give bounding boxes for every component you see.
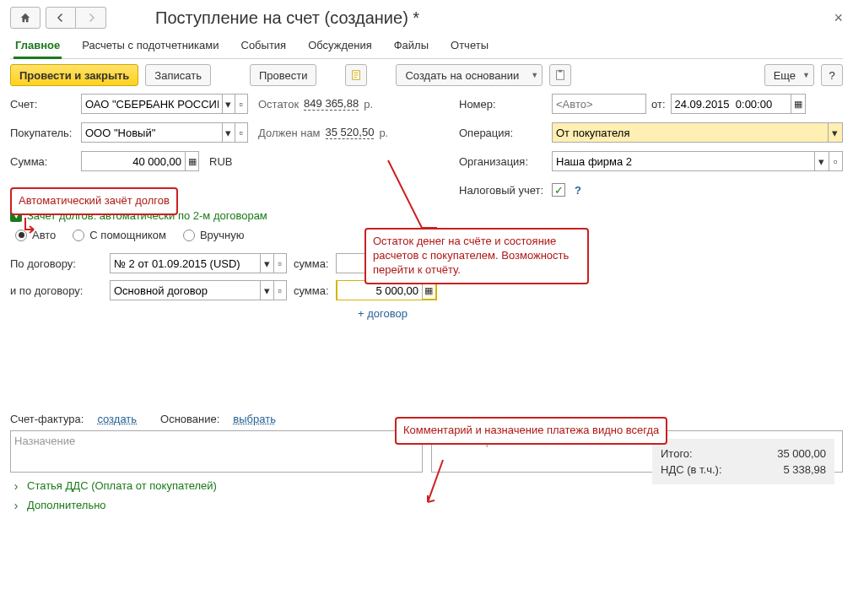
sum-input[interactable] [82, 152, 185, 170]
date-input[interactable] [672, 95, 791, 113]
buyer-field[interactable]: ▾ ▫ [81, 122, 248, 143]
dropdown-icon[interactable]: ▾ [828, 123, 842, 142]
write-button[interactable]: Записать [145, 64, 211, 86]
invoice-label: Счет-фактура: [10, 413, 84, 425]
invoice-create-link[interactable]: создать [97, 413, 137, 425]
vat-label: НДС (в т.ч.): [661, 463, 728, 476]
callout-arrow-icon [20, 218, 40, 235]
owes-pre: Должен нам [258, 127, 321, 139]
tabs-bar: Главное Расчеты с подотчетниками События… [10, 34, 843, 59]
arrow-left-icon [56, 13, 66, 23]
org-label: Организация: [459, 155, 547, 168]
buyer-label: Покупатель: [10, 127, 76, 139]
operation-label: Операция: [459, 127, 547, 139]
home-icon [19, 12, 31, 24]
account-label: Счет: [10, 98, 76, 111]
calendar-icon[interactable]: ▦ [791, 95, 804, 113]
tax-checkbox[interactable]: ✓ [552, 183, 565, 197]
dropdown-icon[interactable]: ▾ [260, 281, 273, 300]
dds-label: Статья ДДС (Оплата от покупателей) [27, 479, 217, 492]
expand-icon: › [10, 500, 22, 511]
page-title: Поступление на счет (создание) * [155, 8, 419, 28]
base-select-link[interactable]: выбрать [233, 413, 276, 425]
account-input[interactable] [82, 95, 222, 113]
radio-icon [183, 230, 195, 241]
callout-auto-debt: Автоматический зачёт долгов [10, 187, 178, 215]
sum-curr: RUB [209, 155, 232, 168]
tab-reports[interactable]: Отчеты [449, 34, 490, 58]
clipboard-icon [554, 69, 566, 81]
dropdown-icon[interactable]: ▾ [222, 95, 235, 113]
sum-field[interactable]: ▦ [81, 151, 199, 171]
tab-events[interactable]: События [240, 34, 289, 58]
radio-manual[interactable]: Вручную [183, 229, 244, 241]
chevron-down-icon: ▼ [531, 71, 538, 79]
calc-icon[interactable]: ▦ [185, 152, 198, 170]
tab-files[interactable]: Файлы [392, 34, 430, 58]
tab-main[interactable]: Главное [13, 34, 62, 59]
open-icon[interactable]: ▫ [235, 123, 247, 142]
vat-value: 5 338,98 [750, 463, 826, 476]
operation-field[interactable]: ▾ [552, 122, 843, 143]
tax-label: Налоговый учет: [459, 184, 547, 197]
date-pre: от: [651, 98, 666, 111]
number-label: Номер: [459, 98, 547, 111]
close-button[interactable]: × [834, 9, 843, 27]
org-input[interactable] [553, 152, 814, 170]
base-label: Основание: [160, 413, 219, 425]
radio-wizard[interactable]: С помощником [73, 229, 166, 241]
post-close-button[interactable]: Провести и закрыть [10, 64, 138, 86]
more-button[interactable]: Еще ▼ [764, 64, 814, 86]
report-icon-button[interactable] [549, 64, 571, 86]
contract1-input[interactable] [111, 254, 260, 273]
total-label: Итого: [661, 447, 728, 460]
callout-comments: Комментарий и назначение платежа видно в… [395, 417, 667, 445]
document-icon [350, 69, 362, 81]
post-button[interactable]: Провести [250, 64, 317, 86]
balance-link[interactable]: 849 365,88 [304, 97, 359, 111]
forward-button[interactable] [76, 7, 106, 29]
owes-curr: р. [379, 127, 388, 139]
create-based-button[interactable]: Создать на основании ▼ [396, 64, 543, 86]
account-field[interactable]: ▾ ▫ [81, 94, 248, 114]
dropdown-icon[interactable]: ▾ [260, 254, 273, 273]
add-contract-link[interactable]: + договор [358, 307, 449, 320]
dropdown-icon[interactable]: ▾ [814, 152, 828, 170]
help-button[interactable]: ? [821, 64, 843, 86]
callout-arrow-icon [388, 160, 439, 230]
buyer-input[interactable] [82, 123, 222, 142]
back-button[interactable] [46, 7, 76, 29]
contract1-field[interactable]: ▾ ▫ [110, 253, 287, 273]
sum1-label: сумма: [294, 257, 329, 270]
dropdown-icon[interactable]: ▾ [222, 123, 235, 142]
tab-podot[interactable]: Расчеты с подотчетниками [80, 34, 220, 58]
expand-icon: › [10, 480, 22, 492]
callout-balance-info: Остаток денег на счёте и состояние расче… [364, 228, 589, 284]
sum2-label: сумма: [294, 284, 329, 297]
svg-rect-2 [559, 70, 562, 73]
open-icon[interactable]: ▫ [829, 152, 842, 170]
additional-label: Дополнительно [27, 499, 106, 511]
contract1-label: По договору: [10, 257, 103, 270]
contract2-field[interactable]: ▾ ▫ [110, 280, 287, 300]
contract2-input[interactable] [111, 281, 260, 300]
number-input[interactable] [553, 95, 645, 113]
open-icon[interactable]: ▫ [273, 254, 286, 273]
open-icon[interactable]: ▫ [235, 95, 247, 113]
number-field[interactable] [552, 94, 646, 114]
org-field[interactable]: ▾ ▫ [552, 151, 843, 171]
tab-discuss[interactable]: Обсуждения [306, 34, 374, 58]
owes-link[interactable]: 35 520,50 [326, 126, 375, 139]
radio-icon [73, 230, 84, 241]
total-value: 35 000,00 [750, 447, 826, 460]
home-button[interactable] [10, 7, 40, 29]
operation-input[interactable] [553, 123, 828, 142]
open-icon[interactable]: ▫ [273, 281, 286, 300]
radio-manual-label: Вручную [200, 229, 244, 241]
help-icon[interactable]: ? [570, 183, 586, 197]
date-field[interactable]: ▦ [671, 94, 806, 114]
print-button[interactable] [345, 64, 367, 86]
create-based-label: Создать на основании [405, 69, 519, 82]
memo-purpose[interactable]: Назначение [10, 430, 423, 473]
chevron-down-icon: ▼ [802, 71, 810, 79]
